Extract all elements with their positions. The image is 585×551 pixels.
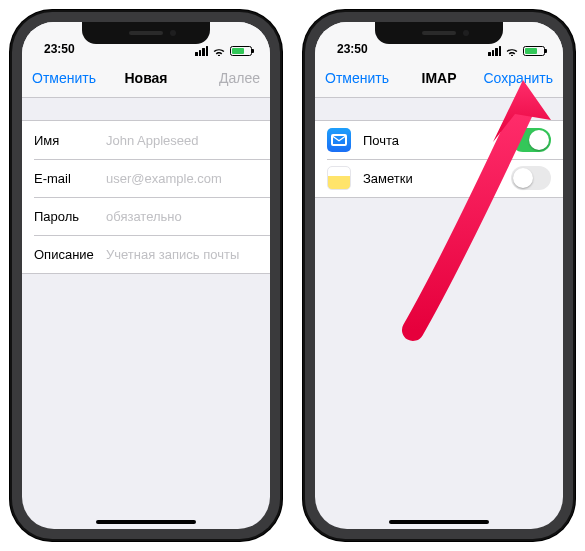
field-placeholder: user@example.com [106,171,222,186]
status-indicators [195,46,252,56]
notes-toggle[interactable] [511,166,551,190]
field-label: E-mail [34,171,106,186]
field-placeholder: John Appleseed [106,133,199,148]
status-time: 23:50 [337,42,368,56]
device-right: 23:50 Отменить IMAP Сохранить Почта [303,10,575,541]
next-button[interactable]: Далее [190,70,260,86]
wifi-icon [505,46,519,56]
mail-row: Почта [315,121,563,159]
nav-title: IMAP [395,70,483,86]
screen-right: 23:50 Отменить IMAP Сохранить Почта [315,22,563,529]
field-label: Описание [34,247,106,262]
status-time: 23:50 [44,42,75,56]
save-button[interactable]: Сохранить [483,70,553,86]
mail-toggle[interactable] [511,128,551,152]
form-group: Имя John Appleseed E-mail user@example.c… [22,120,270,274]
toggles-group: Почта Заметки [315,120,563,198]
cellular-icon [195,46,208,56]
field-label: Пароль [34,209,106,224]
cancel-button[interactable]: Отменить [325,70,395,86]
notch [82,22,210,44]
field-placeholder: обязательно [106,209,182,224]
nav-bar: Отменить IMAP Сохранить [315,58,563,98]
nav-title: Новая [102,70,190,86]
password-field[interactable]: Пароль обязательно [22,197,270,235]
email-field[interactable]: E-mail user@example.com [22,159,270,197]
cancel-button[interactable]: Отменить [32,70,102,86]
screen-left: 23:50 Отменить Новая Далее Имя John Appl… [22,22,270,529]
home-indicator[interactable] [389,520,489,524]
status-indicators [488,46,545,56]
device-left: 23:50 Отменить Новая Далее Имя John Appl… [10,10,282,541]
notch [375,22,503,44]
field-placeholder: Учетная запись почты [106,247,239,262]
notes-app-icon [327,166,351,190]
name-field[interactable]: Имя John Appleseed [22,121,270,159]
battery-icon [230,46,252,56]
row-label: Почта [363,133,511,148]
cellular-icon [488,46,501,56]
mail-app-icon [327,128,351,152]
wifi-icon [212,46,226,56]
row-label: Заметки [363,171,511,186]
home-indicator[interactable] [96,520,196,524]
description-field[interactable]: Описание Учетная запись почты [22,235,270,273]
field-label: Имя [34,133,106,148]
nav-bar: Отменить Новая Далее [22,58,270,98]
battery-icon [523,46,545,56]
notes-row: Заметки [315,159,563,197]
